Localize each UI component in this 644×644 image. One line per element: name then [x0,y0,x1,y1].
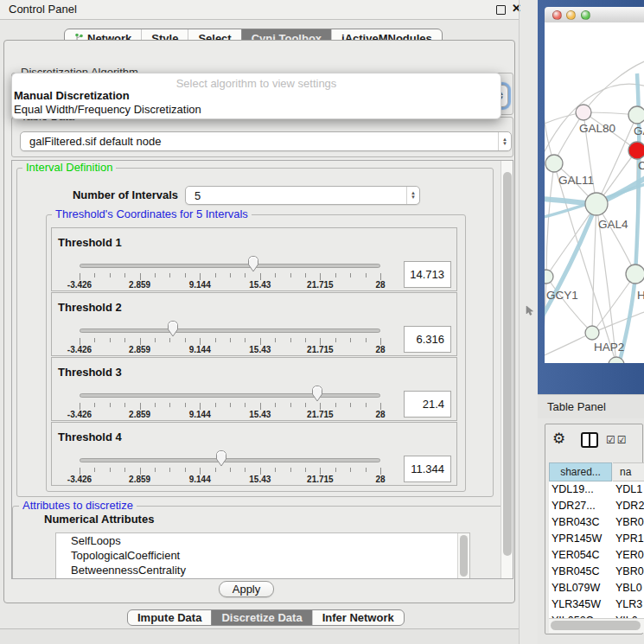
slider-tick [185,403,186,407]
table-row[interactable]: YBL079WYBL0 [549,580,644,596]
network-node-ga[interactable] [628,106,644,124]
table-panel-body: ⚙ ☑☑ shared... na YDL19...YDL1YDR27...YD… [538,418,644,644]
cell-shared-name: YBL079W [552,580,600,596]
attributes-list-scrollbar[interactable] [457,533,469,579]
table-row[interactable]: YDR27...YDR2 [549,498,644,514]
slider-tick [215,468,216,472]
control-panel-window: Control Panel ✕ NetworkStyleSelectCyni T… [0,0,519,644]
bottom-tab-discretize-data[interactable]: Discretize Data [211,610,311,625]
slider-tick-label: 28 [354,345,406,354]
slider-tick [260,468,261,475]
table-hscrollbar[interactable] [549,618,644,633]
close-icon[interactable]: ✕ [512,2,521,15]
dock-divider[interactable] [519,0,520,644]
network-graph[interactable]: GAL80GACGAL11GAL4GCY1HHAP2 [545,22,644,363]
gear-icon[interactable]: ⚙ [552,430,565,448]
slider-tick [275,468,276,472]
column-header-name[interactable]: na [613,462,644,481]
network-edge[interactable] [592,204,596,333]
network-edge[interactable] [596,204,635,274]
zoom-traffic-light[interactable] [581,10,590,20]
network-edge[interactable] [546,163,554,277]
attribute-item-betweennesscentrality[interactable]: BetweennessCentrality [56,563,469,577]
float-window-icon[interactable] [496,5,506,15]
attribute-item-topologicalcoefficient[interactable]: TopologicalCoefficient [56,548,469,563]
threshold-slider-thumb[interactable] [310,384,324,403]
threshold-slider-thumb[interactable] [246,254,260,273]
network-node-gal4[interactable] [585,193,608,215]
network-node-label: GAL4 [598,218,628,231]
select-columns-checkboxes-icon[interactable]: ☑☑ [606,434,628,446]
threshold-value-field[interactable]: 14.713 [404,261,451,288]
table-row[interactable]: YBR043CYBR0 [549,514,644,531]
slider-tick [290,468,291,472]
threshold-value-field[interactable]: 11.344 [404,456,451,482]
network-view-window: GAL80GACGAL11GAL4GCY1HHAP2 [538,0,644,394]
slider-tick [94,338,95,342]
slider-tick [110,468,111,472]
network-node-gcy1[interactable] [545,270,553,284]
network-edge-highlighted[interactable] [545,204,596,320]
table-row[interactable]: YDL19...YDL1 [549,481,644,498]
numerical-attributes-list[interactable]: SelfLoopsTopologicalCoefficientBetweenne… [55,532,470,579]
slider-tick [290,338,291,342]
slider-tick [110,338,111,342]
slider-tick [169,273,170,277]
threshold-label: Threshold 1 [58,236,122,249]
threshold-slider-track[interactable] [80,393,380,398]
bottom-tab-impute-data[interactable]: Impute Data [128,610,211,625]
settings-scrollbar[interactable] [501,161,513,578]
threshold-slider-track[interactable] [80,328,380,333]
threshold-slider-track[interactable] [80,458,380,462]
table-row[interactable]: YBR045CYBR0 [549,564,644,580]
table-rows: YDL19...YDL1YDR27...YDR2YBR043CYBR0YPR14… [549,481,644,618]
network-node-h[interactable] [626,265,644,284]
column-header-shared[interactable]: shared... [549,462,612,481]
settings-scrollbar-thumb[interactable] [503,172,512,556]
table-hscrollbar-thumb[interactable] [551,621,641,630]
attribute-item-selfloops[interactable]: SelfLoops [56,533,469,548]
threshold-slider-track[interactable] [80,264,380,268]
bottom-tab-infer-network[interactable]: Infer Network [312,610,404,625]
table-data-combo[interactable]: galFiltered.sif default node ▲▼ [20,131,512,151]
columns-icon[interactable] [581,432,598,448]
cell-shared-name: YDL19... [552,481,594,498]
network-canvas[interactable]: GAL80GACGAL11GAL4GCY1HHAP2 [545,22,644,363]
slider-tick [80,403,80,410]
table-row[interactable]: YPR145WYPR1 [549,531,644,547]
network-node-label: C [638,159,644,172]
threshold-slider-thumb[interactable] [214,449,228,468]
network-node-c[interactable] [628,142,644,159]
interval-definition-label: Interval Definition [22,162,116,174]
slider-tick [350,468,351,472]
network-edge[interactable] [546,277,592,333]
slider-tick [350,338,351,342]
number-of-intervals-value: 5 [186,189,406,202]
algorithm-option-equal-width-frequency-discretization[interactable]: Equal Width/Frequency Discretization [14,103,499,116]
threshold-value-field[interactable]: 21.4 [404,391,451,418]
close-traffic-light[interactable] [552,10,562,20]
slider-tick [260,403,261,410]
attributes-list-scrollbar-thumb[interactable] [460,535,468,577]
algorithm-option-manual-discretization[interactable]: Manual Discretization [14,89,499,102]
threshold-slider-thumb[interactable] [166,319,180,338]
slider-tick [80,273,80,280]
threshold-value-field[interactable]: 6.316 [404,326,451,353]
table-row[interactable]: YLR345WYLR3 [549,596,644,613]
network-node-gal11[interactable] [545,155,563,172]
network-edge[interactable] [545,333,592,357]
minimize-traffic-light[interactable] [566,10,576,20]
slider-tick-label: 15.43 [234,475,286,484]
network-node-gal80[interactable] [576,105,591,120]
mouse-cursor [526,305,534,316]
apply-button[interactable]: Apply [219,581,274,597]
slider-tick [169,338,170,342]
network-node-hap2[interactable] [585,326,599,340]
slider-tick [305,403,306,407]
combo-stepper-icon: ▲▼ [406,187,419,204]
slider-tick [169,403,170,407]
slider-tick-label: -3.426 [54,410,105,419]
slider-tick-label: -3.426 [54,475,105,484]
table-row[interactable]: YER054CYER0 [549,547,644,564]
number-of-intervals-combo[interactable]: 5 ▲▼ [185,186,420,205]
